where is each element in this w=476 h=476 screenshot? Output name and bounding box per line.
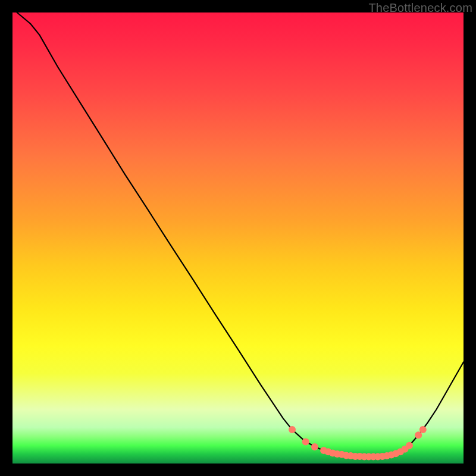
highlight-marker	[419, 426, 427, 433]
highlight-marker	[289, 426, 296, 433]
highlight-marker	[311, 443, 318, 450]
highlight-marker	[302, 439, 309, 446]
bottleneck-curve	[17, 12, 464, 457]
watermark-text: TheBottleneck.com	[368, 1, 472, 15]
chart-stage: TheBottleneck.com	[0, 0, 476, 476]
chart-overlay	[12, 12, 464, 464]
highlight-marker	[406, 442, 413, 449]
